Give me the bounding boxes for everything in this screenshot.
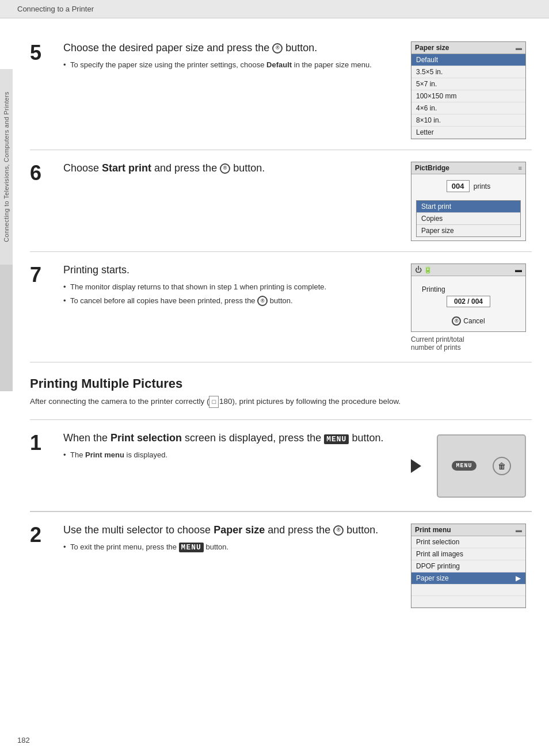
printing-text: Printing: [416, 285, 521, 293]
trash-icon: 🗑: [493, 457, 511, 475]
print-menu-header: Print menu ▬: [411, 524, 525, 536]
side-label-1-text: Connecting to Televisions, Computers and…: [3, 91, 10, 242]
step-5-title: Choose the desired paper size and press …: [63, 41, 399, 55]
section-intro: After connecting the camera to the print…: [30, 396, 532, 408]
print-menu-item-paper-size: Paper size ▶: [411, 572, 525, 585]
section-step-1-content: When the Print selection screen is displ…: [63, 432, 399, 463]
paper-size-item-8x10: 8×10 in.: [411, 114, 525, 127]
print-menu-screen: Print menu ▬ Print selection Print all i…: [411, 524, 526, 608]
ok-button-icon-5: ®: [272, 43, 283, 54]
print-menu-item-dpof: DPOF printing: [411, 560, 525, 572]
print-menu-list: Print selection Print all images DPOF pr…: [411, 536, 525, 608]
paper-size-label: Paper size: [416, 574, 449, 582]
printing-header: ⏻ 🔋 ▬: [411, 264, 525, 276]
paper-size-title: Paper size: [415, 44, 449, 52]
prints-caption: Current print/totalnumber of prints: [411, 335, 532, 352]
section-step-2-title: Use the multi selector to choose Paper s…: [63, 524, 399, 537]
printing-screen: ⏻ 🔋 ▬ Printing 002 / 004 ® Cancel: [411, 264, 526, 332]
ok-button-icon-6: ®: [220, 163, 230, 174]
printing-menu-icon: ▬: [515, 266, 522, 274]
menu-btn: MENU: [452, 461, 476, 471]
step-7-image: ⏻ 🔋 ▬ Printing 002 / 004 ® Cancel Curren…: [411, 264, 532, 352]
section-step-2-bullet: To exit the print menu, press the MENU b…: [63, 541, 399, 553]
paper-size-item-100x150: 100×150 mm: [411, 90, 525, 102]
pictbridge-start-print: Start print: [417, 201, 520, 213]
step-6-content: Choose Start print and press the ® butto…: [63, 162, 399, 180]
menu-icon-5: ▬: [516, 44, 522, 51]
step-6-image: PictBridge ≡ 004 prints Start print Copi…: [411, 162, 532, 241]
step-5-body: To specify the paper size using the prin…: [63, 59, 399, 71]
step-5-image: Paper size ▬ Default 3.5×5 in. 5×7 in. 1…: [411, 41, 532, 139]
paper-size-item-5x7: 5×7 in.: [411, 78, 525, 90]
pictbridge-body: 004 prints Start print Copies Paper size: [411, 174, 525, 240]
ok-button-icon-7: ®: [257, 296, 268, 306]
menu-text-inline: MENU: [179, 543, 204, 552]
step-7-body: The monitor display returns to that show…: [63, 281, 399, 306]
step-7-bullet-2: To cancel before all copies have been pr…: [63, 295, 399, 307]
pictbridge-menu-icon: ≡: [518, 165, 522, 171]
camera-box: MENU 🗑: [437, 434, 526, 498]
step-7-row: 7 Printing starts. The monitor display r…: [30, 252, 532, 362]
print-menu-item-empty2: [411, 596, 525, 608]
arrow-icon: [411, 459, 421, 473]
step-7-title: Printing starts.: [63, 264, 399, 277]
paper-size-list: Default 3.5×5 in. 5×7 in. 100×150 mm 4×6…: [411, 54, 525, 139]
side-label-2: [0, 265, 13, 391]
section-step-2-image: Print menu ▬ Print selection Print all i…: [411, 524, 532, 608]
side-label-1: Connecting to Televisions, Computers and…: [0, 69, 13, 265]
section-step-1-title: When the Print selection screen is displ…: [63, 432, 399, 445]
page-number: 182: [17, 736, 30, 744]
printing-body: Printing 002 / 004 ® Cancel: [411, 276, 525, 331]
ok-button-icon-s2: ®: [333, 525, 344, 536]
section-step-1-row: 1 When the Print selection screen is dis…: [30, 420, 532, 511]
step-6-number: 6: [30, 163, 52, 184]
paper-size-arrow: ▶: [516, 574, 521, 582]
paper-size-item-letter: Letter: [411, 127, 525, 139]
pictbridge-copies: Copies: [417, 213, 520, 225]
printing-icons: ⏻ 🔋: [415, 266, 432, 274]
printing-progress: 002 / 004: [447, 296, 490, 307]
paper-size-item-default: Default: [411, 54, 525, 66]
pictbridge-screen: PictBridge ≡ 004 prints Start print Copi…: [411, 162, 526, 241]
header-title: Connecting to a Printer: [17, 5, 94, 13]
step-7-content: Printing starts. The monitor display ret…: [63, 264, 399, 308]
prints-count: 004: [447, 180, 470, 192]
section-step-1-body: The Print menu is displayed.: [63, 449, 399, 461]
pictbridge-paper-size: Paper size: [417, 225, 520, 236]
pictbridge-menu: Start print Copies Paper size: [416, 200, 521, 237]
print-menu-item-all: Print all images: [411, 548, 525, 560]
section-step-2-number: 2: [30, 525, 52, 545]
section-step-1-bullet: The Print menu is displayed.: [63, 449, 399, 461]
menu-text-label: MENU: [324, 434, 349, 444]
step-6-row: 6 Choose Start print and press the ® but…: [30, 150, 532, 252]
step-5-bullet-1: To specify the paper size using the prin…: [63, 59, 399, 71]
ref-box: □: [209, 396, 219, 408]
section-step-2-body: To exit the print menu, press the MENU b…: [63, 541, 399, 553]
print-menu-item-selection: Print selection: [411, 536, 525, 548]
step-6-title: Choose Start print and press the ® butto…: [63, 162, 399, 175]
paper-size-item-35x5: 3.5×5 in.: [411, 66, 525, 78]
printing-multiple-section: Printing Multiple Pictures After connect…: [30, 376, 532, 618]
prints-display: 004 prints: [416, 180, 521, 192]
print-menu-title: Print menu: [415, 526, 451, 534]
section-step-2-row: 2 Use the multi selector to choose Paper…: [30, 512, 532, 618]
step-7-bullet-1: The monitor display returns to that show…: [63, 281, 399, 293]
prints-label: prints: [474, 182, 490, 190]
paper-size-item-4x6: 4×6 in.: [411, 102, 525, 114]
main-content: 5 Choose the desired paper size and pres…: [13, 18, 549, 636]
paper-size-screen: Paper size ▬ Default 3.5×5 in. 5×7 in. 1…: [411, 41, 526, 139]
pictbridge-header: PictBridge ≡: [411, 162, 525, 174]
section-step-2-content: Use the multi selector to choose Paper s…: [63, 524, 399, 556]
paper-size-header: Paper size ▬: [411, 42, 525, 54]
step-5-content: Choose the desired paper size and press …: [63, 41, 399, 73]
ok-circle-icon: ®: [452, 316, 461, 326]
camera-illus: MENU 🗑: [411, 432, 526, 501]
print-menu-icon: ▬: [516, 526, 522, 533]
section-heading: Printing Multiple Pictures: [30, 376, 532, 391]
step-7-number: 7: [30, 265, 52, 285]
section-step-1-number: 1: [30, 433, 52, 453]
cancel-button: ® Cancel: [416, 316, 521, 326]
section-step-1-image: MENU 🗑: [411, 432, 532, 501]
print-menu-item-empty1: [411, 585, 525, 596]
page-header: Connecting to a Printer: [0, 0, 549, 18]
